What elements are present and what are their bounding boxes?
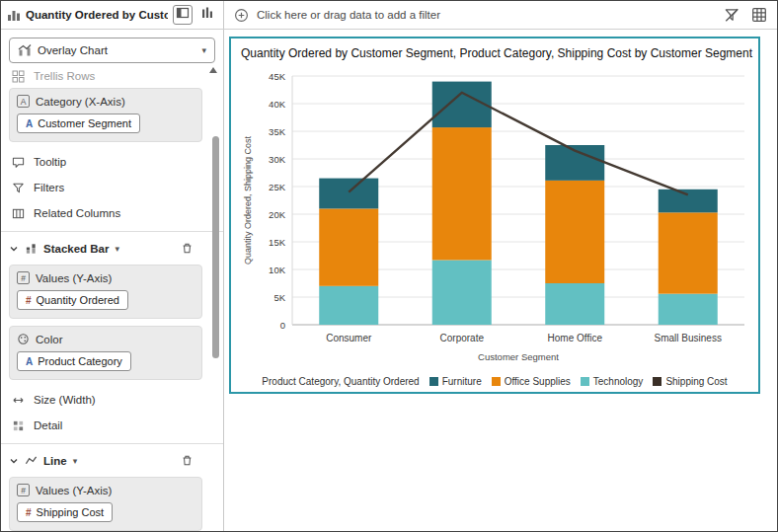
- legend-swatch: [429, 377, 438, 386]
- workspace: Overlay Chart ▾ Trellis Rows A Category …: [1, 30, 777, 531]
- chevron-down-icon[interactable]: ▾: [201, 45, 206, 55]
- app-window: Quantity Ordered by Custom... Click here…: [0, 0, 778, 532]
- bar-segment-technology[interactable]: [432, 260, 492, 325]
- bar-segment-technology[interactable]: [659, 294, 718, 325]
- line-values-drop-zone[interactable]: # Values (Y-Axis) # Shipping Cost: [9, 477, 202, 531]
- y-tick-label: 15K: [269, 237, 286, 248]
- filter-bar[interactable]: Click here or drag data to add a filter: [224, 1, 777, 29]
- tooltip-icon: [12, 156, 25, 169]
- grammar-panel-toggle[interactable]: [173, 5, 193, 25]
- color-label: Color: [36, 334, 62, 345]
- viz-title-pane: Quantity Ordered by Custom...: [1, 1, 224, 29]
- sidebar-item-filters[interactable]: Filters: [1, 175, 223, 200]
- grammar-panel-icon: [176, 6, 190, 24]
- legend-item-shipping-cost[interactable]: Shipping Cost: [653, 376, 727, 387]
- delete-layer-button[interactable]: [181, 242, 194, 255]
- layer-type-caret-icon[interactable]: ▾: [73, 456, 78, 466]
- divider: [1, 443, 223, 444]
- values-label: Values (Y-Axis): [36, 485, 112, 496]
- legend-item-technology[interactable]: Technology: [581, 376, 644, 387]
- measure-icon: #: [26, 507, 32, 518]
- sidebar-item-tooltip[interactable]: Tooltip: [1, 149, 223, 175]
- column-chip-customer-segment[interactable]: A Customer Segment: [17, 114, 140, 133]
- sidebar-item-label: Detail: [34, 419, 62, 431]
- color-palette-icon: [17, 333, 30, 345]
- chevron-down-icon[interactable]: [9, 456, 19, 466]
- y-tick-label: 0: [280, 320, 285, 331]
- layer-header-line[interactable]: Line ▾: [1, 447, 223, 474]
- legend-item-furniture[interactable]: Furniture: [429, 376, 482, 387]
- funnel-slash-icon[interactable]: [724, 7, 739, 23]
- sidebar-item-size-width[interactable]: Size (Width): [1, 387, 223, 413]
- chart-title: Quantity Ordered by Customer Segment, Pr…: [241, 46, 750, 60]
- canvas-area: Quantity Ordered by Customer Segment, Pr…: [224, 30, 777, 531]
- x-axis-title: Customer Segment: [478, 351, 559, 362]
- sidebar-item-detail[interactable]: Detail: [1, 413, 223, 438]
- bar-segment-office-supplies[interactable]: [319, 208, 378, 285]
- shipping-cost-line[interactable]: [349, 93, 688, 195]
- chart-icon: [7, 8, 21, 22]
- legend-swatch: [492, 377, 501, 386]
- grammar-panel: Overlay Chart ▾ Trellis Rows A Category …: [1, 30, 224, 531]
- column-chip-shipping-cost[interactable]: # Shipping Cost: [17, 502, 113, 522]
- bar-segment-furniture[interactable]: [319, 179, 378, 209]
- sidebar-item-label: Tooltip: [34, 156, 66, 168]
- color-drop-zone[interactable]: Color A Product Category: [9, 326, 202, 380]
- legend-item-office-supplies[interactable]: Office Supplies: [492, 376, 571, 387]
- legend-label: Office Supplies: [505, 376, 571, 387]
- y-tick-label: 35K: [269, 126, 286, 137]
- bar-segment-furniture[interactable]: [659, 190, 718, 213]
- bar-segment-office-supplies[interactable]: [659, 212, 718, 293]
- detail-grid-icon: [12, 419, 25, 432]
- scrollbar-thumb[interactable]: [212, 136, 219, 358]
- columns-table-icon: [12, 207, 25, 220]
- stacked-bar-icon: [25, 242, 38, 255]
- sidebar-item-label: Related Columns: [34, 207, 120, 219]
- y-tick-label: 10K: [269, 265, 286, 275]
- overlay-chart-plot: 05K10K15K20K25K30K35K40K45KConsumerCorpo…: [239, 62, 750, 368]
- resize-width-icon: [12, 394, 25, 407]
- filter-bar-prompt[interactable]: Click here or drag data to add a filter: [257, 9, 716, 21]
- layer-header-stacked-bar[interactable]: Stacked Bar ▾: [1, 235, 223, 262]
- chip-label: Customer Segment: [38, 117, 131, 129]
- chip-label: Shipping Cost: [37, 506, 105, 518]
- values-drop-zone[interactable]: # Values (Y-Axis) # Quantity Ordered: [9, 265, 202, 319]
- top-bar: Quantity Ordered by Custom... Click here…: [1, 1, 777, 30]
- y-tick-label: 40K: [269, 99, 286, 110]
- legend-label: Technology: [593, 376, 644, 387]
- add-filter-icon[interactable]: [234, 8, 249, 23]
- measure-icon: #: [26, 295, 32, 306]
- funnel-icon: [12, 182, 25, 194]
- bar-segment-office-supplies[interactable]: [432, 127, 492, 260]
- canvas-grid-icon[interactable]: [751, 7, 767, 23]
- category-label: Category (X-Axis): [36, 96, 125, 108]
- legend-items: FurnitureOffice SuppliesTechnologyShippi…: [429, 376, 728, 387]
- column-chip-quantity-ordered[interactable]: # Quantity Ordered: [17, 290, 128, 310]
- y-tick-label: 5K: [273, 292, 285, 303]
- x-tick-label: Home Office: [548, 333, 603, 343]
- measure-box-icon: #: [17, 484, 30, 496]
- legend-swatch: [653, 377, 661, 386]
- delete-layer-button[interactable]: [181, 454, 194, 467]
- scroll-up-arrow[interactable]: [209, 67, 217, 73]
- attribute-icon: A: [26, 356, 33, 367]
- divider: [1, 231, 223, 232]
- bar-segment-technology[interactable]: [545, 283, 604, 325]
- properties-panel-toggle[interactable]: [197, 5, 217, 25]
- sidebar-item-trellis-rows[interactable]: Trellis Rows: [1, 67, 223, 85]
- chart-legend: Product Category, Quantity Ordered Furni…: [239, 376, 750, 387]
- column-chip-product-category[interactable]: A Product Category: [17, 351, 131, 371]
- layer-title: Stacked Bar: [43, 243, 109, 255]
- chevron-down-icon[interactable]: [9, 244, 19, 254]
- layer-type-caret-icon[interactable]: ▾: [115, 244, 119, 254]
- sidebar-item-label: Filters: [34, 182, 64, 193]
- legend-label: Shipping Cost: [665, 376, 727, 387]
- chart-type-selector[interactable]: Overlay Chart ▾: [9, 38, 215, 63]
- overlay-chart-visualization[interactable]: Quantity Ordered by Customer Segment, Pr…: [229, 37, 760, 394]
- trellis-grid-icon: [12, 70, 25, 83]
- bar-segment-office-supplies[interactable]: [545, 181, 604, 283]
- category-drop-zone[interactable]: A Category (X-Axis) A Customer Segment: [9, 88, 202, 142]
- sidebar-item-label: Size (Width): [34, 394, 96, 406]
- bar-segment-technology[interactable]: [319, 286, 378, 325]
- sidebar-item-related-columns[interactable]: Related Columns: [1, 200, 223, 226]
